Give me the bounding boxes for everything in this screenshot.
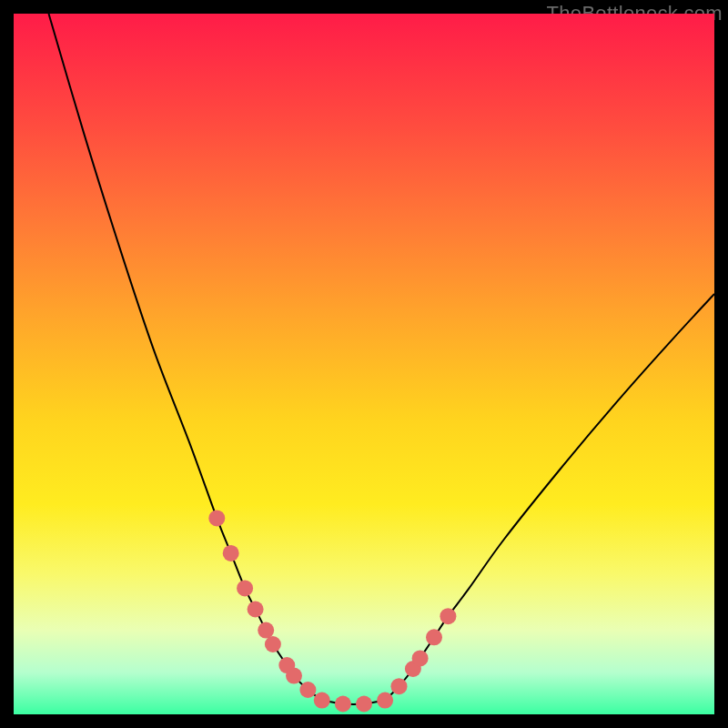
chart-stage: TheBottleneck.com xyxy=(0,0,728,728)
data-point xyxy=(299,682,316,698)
plot-area xyxy=(14,14,714,714)
data-point xyxy=(223,545,239,561)
curve-left xyxy=(49,14,322,701)
data-point xyxy=(265,636,281,652)
data-point xyxy=(258,622,274,639)
data-point xyxy=(314,693,330,709)
data-point-markers xyxy=(208,510,456,712)
plot-svg xyxy=(14,14,714,714)
data-point xyxy=(248,602,264,618)
data-point xyxy=(440,608,456,624)
data-point xyxy=(208,510,225,526)
data-point xyxy=(356,696,372,713)
data-point xyxy=(412,650,429,666)
data-point xyxy=(237,580,253,596)
valley-floor xyxy=(322,701,385,704)
data-point xyxy=(286,668,302,684)
data-point xyxy=(335,696,351,713)
data-point xyxy=(426,629,442,645)
data-point xyxy=(377,693,393,709)
data-point xyxy=(391,678,408,694)
